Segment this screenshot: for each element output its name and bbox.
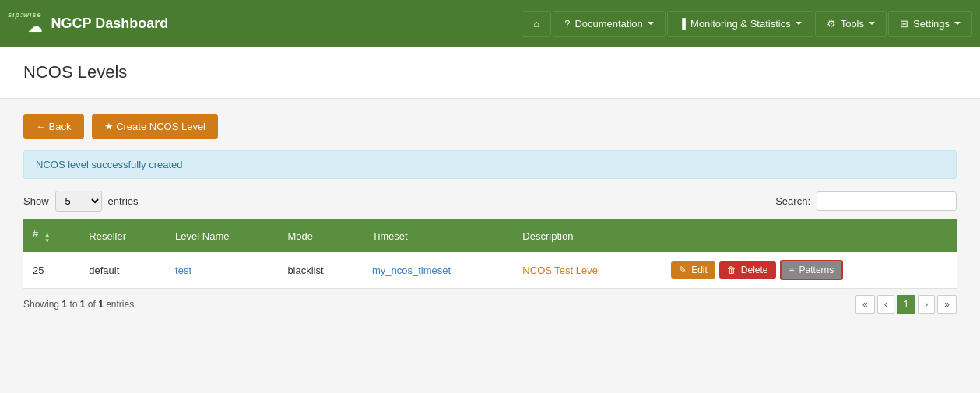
pagination-prev[interactable]: ‹ [877,295,894,314]
tools-caret [869,22,875,25]
edit-label: Edit [691,265,708,275]
nav-item-documentation[interactable]: ? Documentation [553,11,666,37]
page-header: NCOS Levels [0,47,980,99]
home-link[interactable]: ⌂ [522,11,551,37]
timeset-link[interactable]: my_ncos_timeset [372,265,451,276]
monitoring-caret [796,22,802,25]
pagination-current[interactable]: 1 [897,295,916,314]
toolbar-row: Show 5 10 25 50 100 entries Search: [23,191,957,212]
question-icon: ? [564,18,570,30]
create-ncos-level-button[interactable]: ★ Create NCOS Level [92,114,219,139]
pagination-next[interactable]: › [918,295,935,314]
documentation-caret [648,22,654,25]
logo: sip:wise ☁ [8,11,42,36]
edit-button[interactable]: ✎ Edit [671,261,715,279]
brand: sip:wise ☁ NGCP Dashboard [8,11,168,36]
pagination: « ‹ 1 › » [855,295,957,314]
cell-reseller: default [79,252,166,289]
col-level-name-label: Level Name [175,230,229,242]
col-actions [662,219,957,252]
settings-caret [954,22,961,25]
entries-select[interactable]: 5 10 25 50 100 [55,191,102,212]
trash-icon: 🗑 [727,265,736,275]
back-button[interactable]: ← Back [23,114,84,139]
nav-item-tools[interactable]: ⚙ Tools [815,11,887,37]
col-description-label: Description [522,230,573,242]
search-label: Search: [775,195,810,207]
sip-logo-icon: ☁ [28,19,42,36]
settings-label: Settings [913,18,950,30]
cell-description: NCOS Test Level [513,252,662,289]
table-body: 25 default test blacklist my_ncos_timese… [23,252,957,289]
col-timeset-label: Timeset [372,230,408,242]
cell-mode: blacklist [278,252,363,289]
col-level-name: Level Name [166,219,278,252]
monitoring-label: Monitoring & Statistics [690,18,791,30]
patterns-label: Patterns [799,265,834,275]
brand-title: NGCP Dashboard [51,16,169,32]
showing-text: Showing 1 to 1 of 1 entries [23,299,134,310]
col-timeset: Timeset [363,219,513,252]
col-description: Description [513,219,662,252]
success-alert: NCOS level successfully created [23,150,957,179]
navbar-nav: ⌂ ? Documentation ▐ Monitoring & Statist… [522,11,972,37]
chart-icon: ▐ [679,18,686,30]
description-value: NCOS Test Level [522,265,599,276]
navbar: sip:wise ☁ NGCP Dashboard ⌂ ? Documentat… [0,0,980,47]
delete-label: Delete [741,265,768,275]
pagination-first[interactable]: « [855,295,875,314]
nav-item-monitoring[interactable]: ▐ Monitoring & Statistics [667,11,813,37]
grid-icon: ⊞ [900,18,908,30]
nav-item-home[interactable]: ⌂ [522,11,551,37]
show-entries: Show 5 10 25 50 100 entries [23,191,139,212]
col-mode-label: Mode [287,230,313,242]
delete-button[interactable]: 🗑 Delete [719,261,776,279]
gear-icon: ⚙ [827,18,836,30]
showing-to: 1 [80,299,86,310]
showing-entries-label: entries [106,299,134,310]
col-reseller: Reseller [79,219,166,252]
home-icon: ⌂ [533,18,539,30]
col-num[interactable]: # ▲▼ [23,219,79,252]
entries-label: entries [108,195,139,207]
monitoring-link[interactable]: ▐ Monitoring & Statistics [667,11,813,37]
show-label: Show [23,195,49,207]
table-row: 25 default test blacklist my_ncos_timese… [23,252,957,289]
documentation-label: Documentation [574,18,642,30]
col-mode: Mode [278,219,363,252]
settings-link[interactable]: ⊞ Settings [888,11,972,37]
nav-item-settings[interactable]: ⊞ Settings [888,11,972,37]
documentation-link[interactable]: ? Documentation [553,11,666,37]
sip-logo-text: sip:wise [8,11,42,19]
showing-of: 1 [98,299,104,310]
edit-icon: ✎ [679,265,687,275]
sort-arrows-num: ▲▼ [44,232,51,244]
content: ← Back ★ Create NCOS Level NCOS level su… [0,99,980,329]
pagination-last[interactable]: » [937,295,957,314]
cell-level-name: test [166,252,278,289]
list-icon: ≡ [789,265,795,275]
table-header: # ▲▼ Reseller Level Name Mode Timeset [23,219,957,252]
showing-from: 1 [61,299,67,310]
showing-prefix: Showing [23,299,59,310]
col-num-label: # [33,227,38,239]
ncos-table: # ▲▼ Reseller Level Name Mode Timeset [23,219,957,289]
patterns-button[interactable]: ≡ Patterns [780,260,844,280]
tools-label: Tools [841,18,864,30]
action-buttons: ← Back ★ Create NCOS Level [23,114,957,139]
table-container: # ▲▼ Reseller Level Name Mode Timeset [23,219,957,289]
table-footer: Showing 1 to 1 of 1 entries « ‹ 1 › » [23,295,957,314]
cell-timeset: my_ncos_timeset [363,252,513,289]
search-input[interactable] [817,191,957,211]
tools-link[interactable]: ⚙ Tools [815,11,887,37]
search-box: Search: [775,191,957,211]
cell-num: 25 [23,252,79,289]
alert-message: NCOS level successfully created [36,159,183,170]
cell-actions: ✎ Edit 🗑 Delete ≡ Patterns [662,252,957,288]
col-reseller-label: Reseller [89,230,126,242]
level-name-link[interactable]: test [175,265,191,276]
page-title: NCOS Levels [23,62,957,82]
